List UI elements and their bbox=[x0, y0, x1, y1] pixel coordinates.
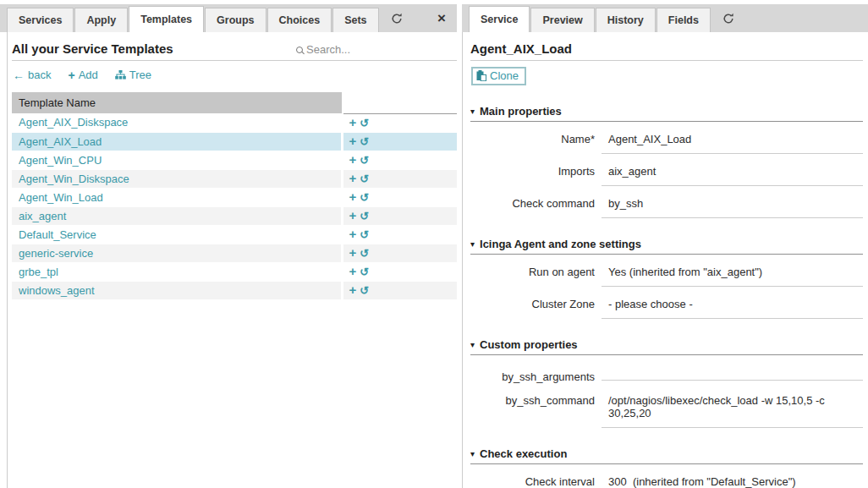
add-service-icon[interactable]: + bbox=[349, 171, 357, 185]
template-link[interactable]: windows_agent bbox=[19, 284, 95, 297]
icinga-director-app: Services Apply Templates Groups Choices … bbox=[0, 0, 868, 488]
add-service-icon[interactable]: + bbox=[349, 208, 357, 222]
add-service-icon[interactable]: + bbox=[349, 152, 357, 167]
clone-button-label: Clone bbox=[490, 69, 519, 82]
check-command-field[interactable]: by_ssh bbox=[602, 197, 863, 218]
by-ssh-command-field[interactable]: /opt/nagios/libexec/check_load -w 15,10,… bbox=[602, 394, 863, 428]
name-field[interactable]: Agent_AIX_Load bbox=[602, 133, 863, 154]
template-link[interactable]: Agent_AIX_Load bbox=[19, 135, 102, 148]
tab-apply[interactable]: Apply bbox=[74, 8, 128, 32]
template-link[interactable]: Agent_Win_Diskspace bbox=[19, 173, 129, 185]
add-service-icon[interactable]: + bbox=[349, 245, 357, 260]
tab-choices[interactable]: Choices bbox=[267, 8, 332, 32]
history-icon[interactable]: ↺ bbox=[360, 191, 369, 204]
section-check-execution: ▾ Check execution Check interval 300 (in… bbox=[470, 447, 863, 488]
templates-table: Template Name Agent_AIX_Diskspace +↺ Age… bbox=[12, 92, 457, 300]
table-row[interactable]: Agent_AIX_Diskspace +↺ bbox=[12, 113, 457, 132]
table-row-selected[interactable]: Agent_AIX_Load +↺ bbox=[12, 132, 457, 151]
search-icon bbox=[296, 47, 303, 53]
refresh-icon[interactable] bbox=[722, 13, 734, 25]
refresh-icon[interactable] bbox=[391, 13, 403, 25]
template-link[interactable]: Agent_AIX_Diskspace bbox=[19, 116, 128, 129]
table-row[interactable]: Default_Service +↺ bbox=[12, 225, 457, 244]
section-header[interactable]: ▾ Main properties bbox=[470, 105, 863, 122]
form-field: by_ssh_command /opt/nagios/libexec/check… bbox=[470, 394, 863, 428]
section-header[interactable]: ▾ Icinga Agent and zone settings bbox=[470, 238, 863, 255]
tree-link[interactable]: Tree bbox=[115, 69, 151, 81]
section-title: Custom properties bbox=[480, 338, 578, 351]
table-row[interactable]: Agent_Win_CPU +↺ bbox=[12, 151, 457, 169]
table-row[interactable]: Agent_Win_Diskspace +↺ bbox=[12, 169, 457, 188]
template-link[interactable]: grbe_tpl bbox=[19, 266, 58, 278]
history-icon[interactable]: ↺ bbox=[360, 210, 369, 222]
tab-preview[interactable]: Preview bbox=[530, 8, 594, 32]
history-icon[interactable]: ↺ bbox=[360, 135, 369, 148]
tab-groups[interactable]: Groups bbox=[205, 8, 266, 32]
close-icon[interactable]: × bbox=[437, 11, 446, 25]
template-link[interactable]: aix_agent bbox=[19, 210, 66, 222]
add-service-icon[interactable]: + bbox=[349, 115, 357, 129]
cluster-zone-select[interactable]: - please choose - bbox=[602, 298, 863, 319]
left-header-row: All your Service Templates bbox=[12, 32, 457, 61]
caret-down-icon: ▾ bbox=[470, 340, 475, 349]
tab-fields[interactable]: Fields bbox=[656, 8, 711, 32]
tab-services[interactable]: Services bbox=[7, 8, 74, 32]
section-agent-zone-settings: ▾ Icinga Agent and zone settings Run on … bbox=[470, 238, 863, 319]
table-row[interactable]: Agent_Win_Load +↺ bbox=[12, 188, 457, 206]
history-icon[interactable]: ↺ bbox=[360, 117, 369, 129]
tab-sets[interactable]: Sets bbox=[332, 8, 378, 32]
table-row[interactable]: aix_agent +↺ bbox=[12, 206, 457, 225]
add-link-label: Add bbox=[79, 69, 98, 81]
plus-icon: + bbox=[68, 69, 74, 81]
left-pane-content: All your Service Templates ← back + Add bbox=[7, 32, 457, 488]
page-title: All your Service Templates bbox=[12, 41, 173, 56]
template-link[interactable]: Default_Service bbox=[19, 228, 96, 241]
run-on-agent-select[interactable]: Yes (inherited from "aix_agent") bbox=[602, 266, 863, 287]
template-link[interactable]: Agent_Win_CPU bbox=[19, 154, 102, 167]
form-field: Run on agent Yes (inherited from "aix_ag… bbox=[470, 266, 863, 287]
tab-history[interactable]: History bbox=[596, 8, 656, 32]
tab-templates[interactable]: Templates bbox=[129, 6, 204, 32]
form-field: Cluster Zone - please choose - bbox=[470, 298, 863, 319]
template-link[interactable]: generic-service bbox=[19, 247, 93, 260]
tree-link-label: Tree bbox=[129, 69, 151, 81]
field-label: Check interval bbox=[470, 475, 602, 488]
form-field: Name* Agent_AIX_Load bbox=[470, 133, 863, 154]
add-service-icon[interactable]: + bbox=[349, 134, 357, 148]
table-row[interactable]: generic-service +↺ bbox=[12, 244, 457, 262]
right-header-row: Agent_AIX_Load bbox=[470, 32, 863, 61]
form-field: Check interval 300 (inherited from "Defa… bbox=[470, 475, 863, 488]
history-icon[interactable]: ↺ bbox=[360, 228, 369, 241]
section-title: Icinga Agent and zone settings bbox=[480, 238, 641, 250]
tab-service[interactable]: Service bbox=[469, 6, 530, 32]
check-interval-field[interactable]: 300 (inherited from "Default_Service") bbox=[602, 475, 863, 488]
template-link[interactable]: Agent_Win_Load bbox=[19, 191, 103, 204]
add-link[interactable]: + Add bbox=[68, 69, 97, 81]
by-ssh-arguments-field[interactable] bbox=[602, 366, 863, 381]
add-service-icon[interactable]: + bbox=[349, 189, 357, 204]
service-detail-pane: Service Preview History Fields Agent_AIX… bbox=[462, 0, 868, 488]
field-label: Check command bbox=[470, 197, 602, 210]
history-icon[interactable]: ↺ bbox=[360, 173, 369, 185]
table-row[interactable]: grbe_tpl +↺ bbox=[12, 262, 457, 281]
add-service-icon[interactable]: + bbox=[349, 264, 357, 278]
section-header[interactable]: ▾ Custom properties bbox=[470, 338, 863, 355]
table-row[interactable]: windows_agent +↺ bbox=[12, 281, 457, 299]
field-label: by_ssh_arguments bbox=[470, 370, 602, 383]
history-icon[interactable]: ↺ bbox=[360, 284, 369, 297]
action-links: ← back + Add Tree bbox=[12, 61, 457, 89]
back-link-label: back bbox=[28, 69, 51, 81]
service-templates-pane: Services Apply Templates Groups Choices … bbox=[0, 0, 457, 488]
field-label: by_ssh_command bbox=[470, 394, 602, 407]
back-link[interactable]: ← back bbox=[13, 69, 51, 81]
search-input[interactable] bbox=[306, 43, 433, 56]
history-icon[interactable]: ↺ bbox=[360, 154, 369, 167]
section-header[interactable]: ▾ Check execution bbox=[470, 447, 863, 464]
form-field: Check command by_ssh bbox=[470, 197, 863, 218]
imports-field[interactable]: aix_agent bbox=[602, 165, 863, 186]
clone-button[interactable]: Clone bbox=[471, 67, 526, 85]
history-icon[interactable]: ↺ bbox=[360, 247, 369, 260]
history-icon[interactable]: ↺ bbox=[360, 266, 369, 278]
add-service-icon[interactable]: + bbox=[349, 282, 357, 297]
add-service-icon[interactable]: + bbox=[349, 227, 357, 241]
